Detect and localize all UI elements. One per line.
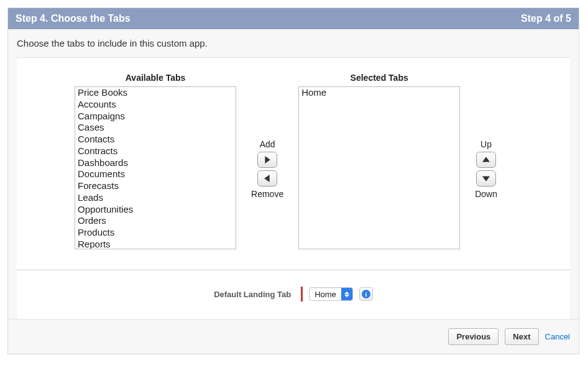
move-down-button[interactable] xyxy=(476,170,496,187)
listbox-option[interactable]: Contacts xyxy=(75,134,236,145)
listbox-option[interactable]: Accounts xyxy=(75,99,236,111)
default-landing-row: Default Landing Tab Home i xyxy=(17,270,570,319)
listbox-option[interactable]: Contracts xyxy=(75,145,236,157)
down-label: Down xyxy=(475,189,497,199)
cancel-link[interactable]: Cancel xyxy=(545,332,570,341)
wizard-panel: Step 4. Choose the Tabs Step 4 of 5 Choo… xyxy=(7,7,579,354)
arrow-down-icon xyxy=(482,175,490,182)
selected-tabs-listbox[interactable]: Home xyxy=(298,86,460,249)
add-label: Add xyxy=(260,139,275,149)
required-indicator xyxy=(301,287,303,302)
listbox-option[interactable]: Forecasts xyxy=(75,180,236,192)
info-icon: i xyxy=(362,290,370,298)
available-tabs-listbox[interactable]: Price BooksAccountsCampaignsCasesContact… xyxy=(75,86,236,249)
listbox-option[interactable]: Leads xyxy=(75,192,236,204)
remove-button[interactable] xyxy=(257,170,277,187)
up-label: Up xyxy=(480,139,492,149)
svg-marker-1 xyxy=(264,175,269,182)
default-landing-label: Default Landing Tab xyxy=(214,290,291,299)
svg-marker-2 xyxy=(482,157,490,162)
remove-label: Remove xyxy=(251,189,283,199)
listbox-option[interactable]: Dashboards xyxy=(75,157,236,169)
svg-marker-0 xyxy=(265,156,270,164)
arrow-up-icon xyxy=(482,156,490,164)
add-button[interactable] xyxy=(257,152,277,168)
listbox-option[interactable]: Orders xyxy=(75,215,236,227)
wizard-body: Choose the tabs to include in this custo… xyxy=(8,29,579,319)
default-landing-select[interactable]: Home xyxy=(309,287,353,301)
default-landing-value: Home xyxy=(310,288,341,300)
previous-button[interactable]: Previous xyxy=(448,328,498,345)
selected-column: Selected Tabs Home xyxy=(298,73,460,251)
instruction-text: Choose the tabs to include in this custo… xyxy=(17,38,570,58)
wizard-header: Step 4. Choose the Tabs Step 4 of 5 xyxy=(8,8,579,29)
add-remove-controls: Add Remove xyxy=(236,88,298,251)
listbox-option[interactable]: Price Books xyxy=(75,87,236,99)
listbox-option[interactable]: Home xyxy=(299,87,459,99)
select-arrows-icon xyxy=(341,288,352,300)
available-column: Available Tabs Price BooksAccountsCampai… xyxy=(75,73,236,251)
listbox-option[interactable]: Campaigns xyxy=(75,111,236,122)
move-up-button[interactable] xyxy=(476,152,496,168)
arrow-right-icon xyxy=(264,156,271,164)
listbox-option[interactable]: Documents xyxy=(75,168,236,180)
listbox-option[interactable]: Opportunities xyxy=(75,204,236,216)
info-button[interactable]: i xyxy=(359,287,373,301)
reorder-controls: Up Down xyxy=(460,88,512,251)
wizard-footer: Previous Next Cancel xyxy=(8,319,579,354)
wizard-title: Step 4. Choose the Tabs xyxy=(16,13,131,24)
available-heading: Available Tabs xyxy=(126,73,185,83)
wizard-step-indicator: Step 4 of 5 xyxy=(521,13,571,24)
listbox-option[interactable]: Reports xyxy=(75,239,236,249)
next-button[interactable]: Next xyxy=(505,328,538,345)
svg-marker-3 xyxy=(482,176,490,181)
selected-heading: Selected Tabs xyxy=(351,73,408,83)
arrow-left-icon xyxy=(264,175,271,182)
listbox-option[interactable]: Products xyxy=(75,227,236,239)
listbox-option[interactable]: Cases xyxy=(75,122,236,134)
tab-picker: Available Tabs Price BooksAccountsCampai… xyxy=(17,58,570,270)
